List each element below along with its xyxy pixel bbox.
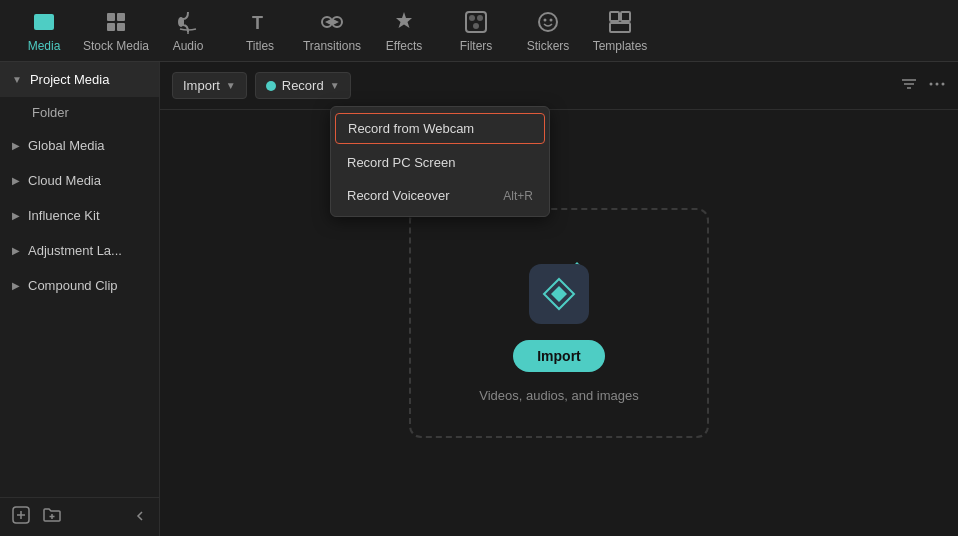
sidebar-item-global-media[interactable]: ▶ Global Media [0,128,159,163]
drop-zone-wrapper: Import Videos, audios, and images [160,110,958,536]
import-button[interactable]: Import ▼ [172,72,247,99]
import-media-button[interactable]: Import [513,340,605,372]
import-label: Import [183,78,220,93]
nav-item-titles[interactable]: T Titles [224,2,296,60]
svg-point-17 [539,13,557,31]
svg-rect-7 [117,23,125,31]
svg-rect-6 [107,23,115,31]
titles-icon: T [247,9,273,35]
nav-label-transitions: Transitions [303,39,361,53]
sidebar: ▼ Project Media Folder ▶ Global Media ▶ … [0,62,160,536]
svg-text:T: T [252,13,263,33]
top-navigation: Media Stock Media Audio T [0,0,958,62]
nav-label-filters: Filters [460,39,493,53]
content-area: Import ▼ Record ▼ [160,62,958,536]
svg-point-32 [936,82,939,85]
stickers-icon [535,9,561,35]
svg-rect-3 [48,23,52,26]
record-chevron-icon: ▼ [330,80,340,91]
svg-point-19 [550,18,553,21]
chevron-right-icon-4: ▶ [12,245,20,256]
effects-icon [391,9,417,35]
nav-item-media[interactable]: Media [8,2,80,60]
nav-item-templates[interactable]: Templates [584,2,656,60]
record-dot-icon [266,81,276,91]
collapse-sidebar-icon[interactable] [133,509,147,526]
nav-label-media: Media [28,39,61,53]
sidebar-item-adjustment-layer[interactable]: ▶ Adjustment La... [0,233,159,268]
sidebar-item-project-media[interactable]: ▼ Project Media [0,62,159,97]
svg-point-15 [477,15,483,21]
record-pc-screen-label: Record PC Screen [347,155,455,170]
svg-rect-4 [107,13,115,21]
svg-rect-5 [117,13,125,21]
record-webcam-label: Record from Webcam [348,121,474,136]
svg-point-18 [544,18,547,21]
record-voiceover-label: Record Voiceover [347,188,450,203]
sidebar-item-compound-clip[interactable]: ▶ Compound Clip [0,268,159,303]
sidebar-bottom [0,497,159,536]
svg-point-14 [469,15,475,21]
import-big-label: Import [537,348,581,364]
filter-sort-icon[interactable] [900,75,918,97]
more-options-icon[interactable] [928,75,946,97]
sidebar-label-global-media: Global Media [28,138,105,153]
record-label: Record [282,78,324,93]
nav-item-effects[interactable]: Effects [368,2,440,60]
svg-point-33 [942,82,945,85]
toolbar: Import ▼ Record ▼ [160,62,958,110]
record-voiceover-option[interactable]: Record Voiceover Alt+R [331,179,549,212]
audio-icon [175,9,201,35]
main-layout: ▼ Project Media Folder ▶ Global Media ▶ … [0,62,958,536]
svg-rect-22 [610,23,630,32]
nav-item-transitions[interactable]: Transitions [296,2,368,60]
svg-rect-20 [610,12,619,21]
drop-zone-icon [519,244,599,324]
nav-label-templates: Templates [593,39,648,53]
svg-rect-2 [48,18,52,21]
record-pc-screen-option[interactable]: Record PC Screen [331,146,549,179]
svg-point-8 [178,17,184,27]
sidebar-folder-item[interactable]: Folder [0,97,159,128]
voiceover-shortcut: Alt+R [503,189,533,203]
nav-label-audio: Audio [173,39,204,53]
nav-item-audio[interactable]: Audio [152,2,224,60]
drop-zone-description: Videos, audios, and images [479,388,638,403]
nav-label-stock-media: Stock Media [83,39,149,53]
templates-icon [607,9,633,35]
nav-label-effects: Effects [386,39,422,53]
chevron-right-icon-3: ▶ [12,210,20,221]
nav-item-filters[interactable]: Filters [440,2,512,60]
add-media-icon[interactable] [12,506,30,528]
filters-icon [463,9,489,35]
sidebar-label-cloud-media: Cloud Media [28,173,101,188]
nav-label-stickers: Stickers [527,39,570,53]
svg-rect-21 [621,12,630,21]
svg-point-16 [473,23,479,29]
chevron-right-icon-2: ▶ [12,175,20,186]
import-chevron-icon: ▼ [226,80,236,91]
sidebar-label-influence-kit: Influence Kit [28,208,100,223]
stock-media-icon [103,9,129,35]
sidebar-label-compound-clip: Compound Clip [28,278,118,293]
chevron-right-icon: ▶ [12,140,20,151]
toolbar-right [900,75,946,97]
sidebar-label-adjustment-layer: Adjustment La... [28,243,122,258]
media-drop-zone[interactable]: Import Videos, audios, and images [409,208,709,438]
svg-point-31 [930,82,933,85]
nav-item-stickers[interactable]: Stickers [512,2,584,60]
media-icon [31,9,57,35]
record-from-webcam-option[interactable]: Record from Webcam [335,113,545,144]
nav-item-stock-media[interactable]: Stock Media [80,2,152,60]
chevron-right-icon-5: ▶ [12,280,20,291]
svg-rect-1 [38,18,46,26]
sidebar-item-influence-kit[interactable]: ▶ Influence Kit [0,198,159,233]
folder-label: Folder [32,105,69,120]
nav-label-titles: Titles [246,39,274,53]
sidebar-item-cloud-media[interactable]: ▶ Cloud Media [0,163,159,198]
transitions-icon [319,9,345,35]
chevron-down-icon: ▼ [12,74,22,85]
record-button[interactable]: Record ▼ [255,72,351,99]
record-dropdown-menu: Record from Webcam Record PC Screen Reco… [330,106,550,217]
add-folder-icon[interactable] [42,506,62,528]
